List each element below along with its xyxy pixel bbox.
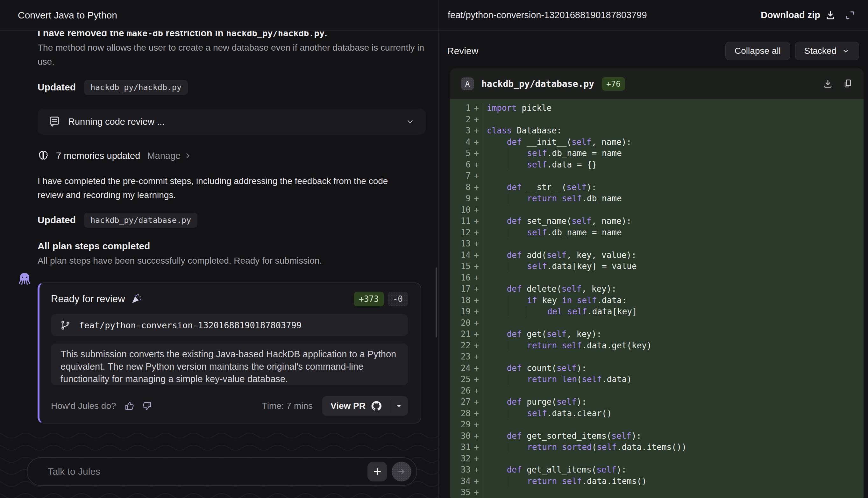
diff-add-marker: + — [471, 170, 482, 182]
code-text — [482, 419, 864, 431]
line-number: 10 — [450, 205, 471, 216]
line-number: 20 — [450, 317, 471, 329]
code-line: 11+ def set_name(self, name): — [450, 215, 864, 227]
code-text: def purge(self): — [482, 396, 864, 408]
attach-button[interactable] — [367, 462, 387, 482]
branch-chip[interactable]: feat/python-conversion-13201688190187803… — [51, 314, 408, 336]
line-number: 28 — [450, 408, 471, 419]
file-additions-badge: +76 — [602, 77, 625, 91]
code-line: 13+ — [450, 238, 864, 250]
code-line: 35+ — [450, 487, 864, 498]
code-line: 25+ return len(self.data) — [450, 374, 864, 385]
message-text: . — [325, 31, 327, 38]
task-title: Convert Java to Python — [18, 10, 117, 21]
party-popper-icon — [131, 293, 142, 304]
view-pr-dropdown-button[interactable] — [390, 396, 408, 416]
code-line: 29+ — [450, 419, 864, 431]
download-zip-button[interactable]: Download zip — [761, 10, 836, 21]
chat-scrollbar-thumb[interactable] — [436, 267, 437, 338]
diff-add-marker: + — [471, 431, 482, 442]
code-text: return self.data.get(key) — [482, 340, 864, 352]
review-card-footer: How'd Jules do? Ti — [51, 396, 408, 416]
code-text: self.data = {} — [482, 159, 864, 171]
line-number: 27 — [450, 396, 471, 408]
code-text: def get_all_items(self): — [482, 464, 864, 476]
code-line: 14+ def add(self, key, value): — [450, 250, 864, 261]
diff-add-marker: + — [471, 159, 482, 171]
running-code-review-card[interactable]: Running code review ... — [38, 108, 426, 135]
file-status-badge: A — [461, 77, 474, 90]
thumbs-up-button[interactable] — [124, 401, 135, 411]
line-number: 25 — [450, 374, 471, 385]
copy-file-button[interactable] — [843, 79, 853, 89]
line-number: 18 — [450, 295, 471, 306]
diff-add-marker: + — [471, 272, 482, 284]
diff-add-marker: + — [471, 442, 482, 453]
ready-for-review-card: Ready for review +3 — [38, 283, 421, 423]
diff-add-marker: + — [471, 464, 482, 476]
topbar-left: Convert Java to Python — [0, 0, 438, 30]
thumbs-down-button[interactable] — [142, 401, 152, 411]
plan-complete-detail: All plan steps have been successfully co… — [38, 254, 426, 268]
code-line: 23+ — [450, 351, 864, 363]
code-text: if key in self.data: — [482, 295, 864, 306]
expand-panel-button[interactable] — [844, 10, 855, 21]
layout-label: Stacked — [804, 46, 837, 56]
updated-file-row: Updated hackdb_py/database.py — [38, 212, 426, 228]
updated-file-chip[interactable]: hackdb_py/hackdb.py — [84, 80, 188, 95]
line-number: 15 — [450, 261, 471, 272]
talk-to-jules-input[interactable] — [48, 466, 367, 477]
code-text: class Database: — [482, 125, 864, 136]
chevron-down-icon — [842, 47, 850, 55]
download-file-button[interactable] — [823, 79, 833, 89]
diff-add-marker: + — [471, 374, 482, 385]
composer — [27, 457, 417, 486]
chevron-down-icon — [405, 117, 415, 127]
line-number: 7 — [450, 170, 471, 182]
review-panel: Review Collapse all Stacked A hackdb_py/… — [438, 31, 868, 498]
code-text: return self.data.items() — [482, 476, 864, 487]
deletions-badge: -0 — [388, 292, 408, 306]
code-line: 31+ return sorted(self.data.items()) — [450, 442, 864, 453]
code-text: def get(self, key): — [482, 329, 864, 340]
diff-add-marker: + — [471, 340, 482, 352]
view-pr-split-button: View PR — [322, 396, 408, 416]
arrow-right-icon — [397, 467, 406, 476]
chat-scroll-area: I have removed the make-db restriction i… — [0, 31, 438, 423]
code-text: def __init__(self, name): — [482, 136, 864, 148]
brain-icon — [38, 150, 49, 161]
download-icon — [825, 10, 836, 21]
code-text: self.db_name = name — [482, 148, 864, 159]
code-line: 2+ — [450, 114, 864, 126]
agent-message-precommit: I have completed the pre-commit steps, i… — [38, 174, 407, 202]
code-text: def delete(self, key): — [482, 284, 864, 295]
updated-file-chip[interactable]: hackdb_py/database.py — [84, 213, 197, 228]
collapse-all-button[interactable]: Collapse all — [725, 42, 790, 60]
code-text: def add(self, key, value): — [482, 250, 864, 261]
diff-add-marker: + — [471, 238, 482, 250]
code-line: 6+ self.data = {} — [450, 159, 864, 171]
layout-stacked-dropdown[interactable]: Stacked — [795, 42, 859, 60]
diff-add-marker: + — [471, 487, 482, 498]
code-line: 17+ def delete(self, key): — [450, 284, 864, 295]
submission-description: This submission converts the existing Ja… — [51, 343, 408, 385]
diff-add-marker: + — [471, 396, 482, 408]
code-text: def count(self): — [482, 363, 864, 374]
diff-add-marker: + — [471, 205, 482, 216]
code-text — [482, 351, 864, 363]
code-text — [482, 205, 864, 216]
code-line: 10+ — [450, 205, 864, 216]
send-button[interactable] — [392, 462, 411, 482]
code-line: 8+ def __str__(self): — [450, 182, 864, 193]
caret-down-icon — [396, 403, 402, 409]
code-text — [482, 272, 864, 284]
topbar-right: feat/python-conversion-13201688190187803… — [438, 0, 868, 30]
diff-add-marker: + — [471, 148, 482, 159]
view-pr-button[interactable]: View PR — [322, 396, 390, 416]
code-text — [482, 114, 864, 126]
chat-panel: I have removed the make-db restriction i… — [0, 31, 438, 498]
updated-file-row: Updated hackdb_py/hackdb.py — [38, 79, 426, 95]
manage-memories-link[interactable]: Manage — [147, 150, 192, 161]
code-line: 3+class Database: — [450, 125, 864, 136]
diff-code-view[interactable]: 1+import pickle2+3+class Database:4+ def… — [450, 99, 864, 498]
